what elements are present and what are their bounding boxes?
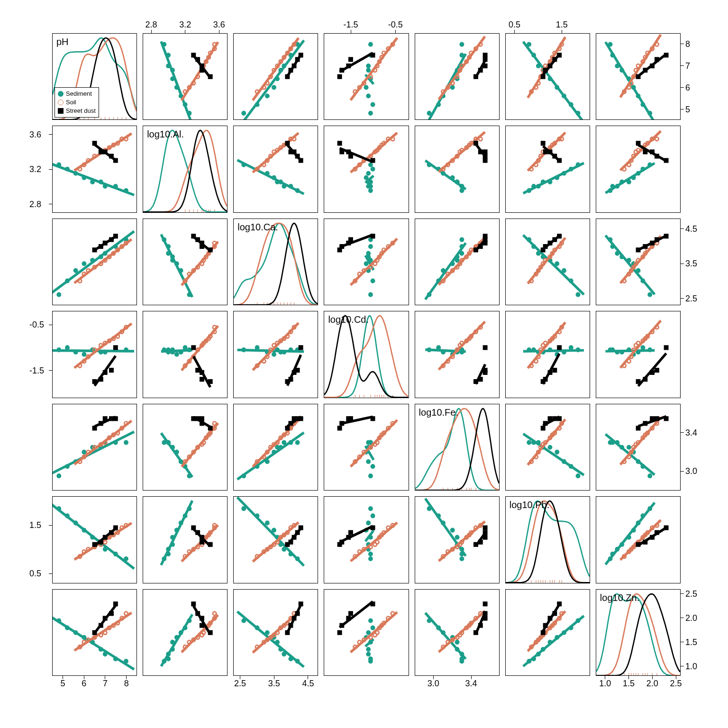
tick-label: 8: [124, 679, 129, 689]
scatter-log10.Ca.-vs-log10.Cd.: [233, 311, 318, 398]
svg-point-979: [369, 507, 373, 510]
svg-point-41: [265, 94, 269, 98]
svg-point-358: [57, 292, 61, 296]
svg-rect-1004: [349, 531, 353, 535]
svg-rect-121: [483, 53, 487, 57]
svg-point-871: [627, 445, 631, 449]
svg-line-273: [340, 148, 373, 162]
scatter-log10.Zn.-vs-log10.Ca.: [596, 218, 681, 305]
svg-point-282: [460, 189, 464, 192]
svg-point-431: [367, 251, 371, 255]
svg-point-1015: [460, 557, 464, 561]
scatterplot-matrix: pHSedimentSoilStreet dustlog10.Al.log10.…: [52, 33, 681, 676]
svg-point-428: [364, 262, 368, 265]
tick-label: 3.5: [685, 259, 697, 269]
svg-point-951: [242, 507, 246, 510]
svg-rect-1212: [483, 602, 487, 606]
scatter-log10.Zn.-vs-log10.Cd.: [596, 311, 681, 398]
tick-label: 3.4: [465, 679, 477, 689]
tick-label: 3.2: [29, 164, 41, 174]
svg-point-801: [371, 464, 375, 468]
svg-line-1185: [340, 601, 373, 627]
svg-point-987: [369, 557, 373, 561]
svg-line-1179: [351, 612, 397, 652]
svg-rect-563: [114, 346, 118, 349]
scatter-log10.Cd.-vs-log10.Fe.: [324, 404, 409, 491]
svg-point-780: [296, 440, 300, 444]
scatter-log10.Al.-vs-pH: [143, 33, 228, 120]
svg-point-568: [175, 353, 179, 356]
scatter-log10.Fe.-vs-pH: [415, 33, 500, 120]
legend-soil: Soil: [66, 98, 76, 107]
svg-point-484: [555, 262, 559, 265]
svg-rect-1180: [338, 630, 342, 634]
svg-line-1111: [161, 614, 192, 666]
svg-line-490: [523, 235, 584, 294]
svg-point-540: [82, 353, 86, 356]
svg-line-653: [438, 322, 485, 370]
svg-line-20: [161, 42, 192, 120]
svg-point-954: [272, 528, 276, 532]
svg-point-981: [367, 521, 371, 525]
tick-label: 2.0: [646, 679, 658, 689]
svg-rect-713: [655, 368, 659, 372]
var-label: log10.Zn.: [600, 592, 639, 603]
diagonal-density-log10.Ca.: log10.Ca.: [233, 218, 318, 305]
svg-point-719: [82, 450, 86, 454]
svg-point-1163: [367, 647, 371, 651]
svg-point-246: [369, 163, 373, 167]
tick-label: 4.5: [685, 224, 697, 234]
tick-label: 2.8: [29, 199, 41, 209]
svg-rect-92: [349, 57, 353, 61]
svg-line-725: [53, 432, 134, 474]
scatter-log10.Ca.-vs-log10.Fe.: [233, 404, 318, 491]
tick-label: -1.5: [29, 365, 44, 375]
svg-rect-1236: [541, 630, 545, 634]
diagonal-density-log10.Fe.: log10.Fe.: [415, 404, 500, 491]
svg-point-986: [369, 552, 373, 556]
svg-point-253: [369, 184, 373, 188]
scatter-log10.Zn.-vs-pH: [596, 33, 681, 120]
svg-point-839: [576, 474, 580, 478]
svg-rect-268: [338, 142, 342, 146]
svg-line-122: [475, 60, 485, 77]
tick-label: 1.5: [623, 679, 635, 689]
tick-label: 5: [60, 679, 65, 689]
svg-point-875: [608, 440, 612, 444]
tick-label: 3.4: [685, 428, 697, 437]
svg-line-295: [438, 132, 485, 172]
tick-label: 6: [82, 679, 86, 689]
scatter-log10.Zn.-vs-log10.Fe.: [596, 404, 681, 491]
svg-point-39: [242, 111, 246, 115]
scatter-log10.Cd.-vs-pH: [324, 33, 409, 120]
svg-point-1010: [450, 528, 454, 532]
svg-line-848: [523, 434, 584, 475]
svg-point-800: [369, 474, 373, 478]
svg-point-594: [255, 346, 259, 349]
svg-point-843: [548, 445, 552, 449]
svg-point-596: [272, 353, 276, 356]
svg-line-737: [74, 420, 132, 464]
legend-sed: Sediment: [66, 90, 92, 98]
tick-label: -0.5: [29, 320, 44, 330]
svg-point-778: [282, 440, 286, 444]
tick-label: 3.0: [428, 679, 439, 689]
scatter-log10.Ca.-vs-log10.Al.: [233, 126, 318, 212]
svg-rect-618: [296, 368, 300, 372]
svg-line-357: [638, 145, 666, 161]
svg-line-188: [53, 164, 134, 195]
svg-point-1122: [213, 611, 216, 615]
scatter-pH-vs-log10.Fe.: [52, 404, 137, 491]
tick-label: 3.6: [29, 129, 41, 139]
svg-line-395: [161, 234, 192, 297]
svg-line-462: [425, 243, 465, 300]
svg-rect-658: [483, 346, 487, 349]
tick-label: 4.5: [302, 679, 314, 689]
svg-rect-479: [483, 234, 487, 238]
scatter-log10.Fe.-vs-log10.Pb.: [415, 496, 500, 583]
var-label: log10.Fe.: [419, 407, 458, 418]
svg-point-68: [371, 103, 375, 107]
svg-point-847: [527, 440, 531, 444]
svg-point-70: [364, 85, 368, 89]
svg-line-669: [523, 350, 584, 351]
